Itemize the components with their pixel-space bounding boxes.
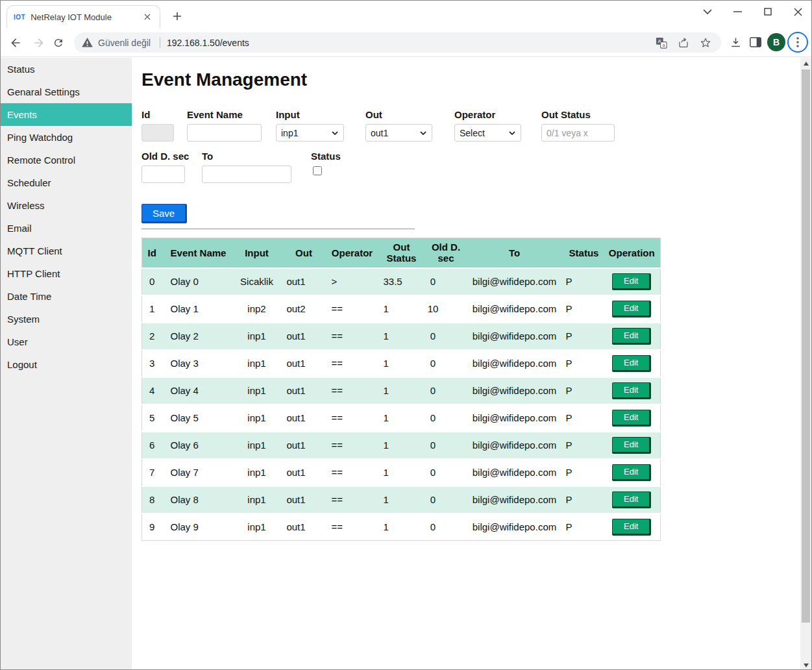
sidebar-item-genaral-settings[interactable]: Genaral Settings [1,81,132,103]
cell-id: 9 [142,514,162,541]
cell-old-d-sec: 0 [428,268,465,295]
edit-button[interactable]: Edit [612,328,651,345]
cell-operator: > [329,268,376,295]
reload-icon[interactable] [50,34,67,51]
sidebar-item-user[interactable]: User [1,330,132,353]
old-delay-field[interactable] [141,166,185,183]
page-title: Event Management [141,69,800,90]
share-icon[interactable] [676,35,691,51]
cell-input: inp1 [235,432,279,459]
cell-id: 6 [142,432,162,459]
edit-button[interactable]: Edit [612,437,651,454]
column-header-old-d-sec: Old D. sec [428,238,465,268]
cell-input: inp1 [235,514,279,541]
cell-operation: Edit [604,268,661,295]
cell-operator: == [329,432,376,459]
edit-button[interactable]: Edit [612,410,651,427]
edit-button[interactable]: Edit [612,355,651,372]
cell-to: bilgi@wifidepo.com [465,377,565,404]
cell-operator: == [329,377,376,404]
edit-button[interactable]: Edit [612,301,651,317]
cell-operation: Edit [604,432,661,459]
cell-to: bilgi@wifidepo.com [465,350,565,377]
cell-event-name: Olay 4 [162,377,235,404]
sidebar-item-status[interactable]: Status [1,58,132,81]
edit-button[interactable]: Edit [612,519,651,536]
operator-select[interactable]: Select [454,124,521,142]
edit-button[interactable]: Edit [612,382,651,399]
out-select[interactable]: out1 [365,124,432,142]
translate-icon[interactable]: A a [654,35,669,51]
status-checkbox[interactable] [313,166,322,175]
bookmark-star-icon[interactable] [698,35,713,51]
cell-event-name: Olay 1 [162,295,235,323]
sidebar-item-date-time[interactable]: Date Time [1,285,132,308]
cell-operator: == [329,295,376,323]
address-bar[interactable]: Güvenli değil 192.168.1.50/events A a [74,32,721,53]
scroll-down-icon[interactable] [800,660,811,670]
cell-out: out2 [279,295,329,323]
table-header-row: IdEvent NameInputOutOperatorOut StatusOl… [142,238,661,268]
sidebar-item-logout[interactable]: Logout [1,353,132,376]
edit-button[interactable]: Edit [612,464,651,481]
window-close-icon[interactable] [788,3,807,20]
cell-out: out1 [279,486,329,514]
security-label[interactable]: Güvenli değil [98,38,151,48]
out-status-field[interactable] [541,124,615,142]
minimize-icon[interactable] [728,3,747,20]
cell-out: out1 [279,350,329,377]
cell-status: P [565,295,604,323]
sidebar-item-mqtt-client[interactable]: MQTT Client [1,240,132,262]
select-chevron-icon [332,131,338,135]
select-chevron-icon [509,131,515,135]
cell-id: 0 [142,268,162,295]
back-icon[interactable] [7,34,24,51]
cell-out-status: 1 [376,295,428,323]
cell-old-d-sec: 0 [428,514,465,541]
sidebar-item-email[interactable]: Email [1,217,132,240]
tab-close-icon[interactable] [141,11,153,23]
sidebar: StatusGenaral SettingsEventsPing Watchdo… [1,58,132,670]
event-form-row-1: Id Event Name Input inp1 Out out1 [141,110,800,142]
cell-out-status: 1 [376,350,428,377]
edit-button[interactable]: Edit [612,273,651,290]
input-select[interactable]: inp1 [276,124,344,142]
cell-out-status: 1 [376,377,428,404]
browser-menu-button[interactable] [787,32,808,53]
event-name-field[interactable] [187,124,262,142]
to-field[interactable] [202,166,291,183]
sidebar-item-scheduler[interactable]: Scheduler [1,171,132,194]
cell-id: 2 [142,323,162,350]
column-header-out-status: Out Status [376,238,428,268]
new-tab-icon[interactable] [170,9,184,23]
column-header-to: To [465,238,565,268]
cell-id: 8 [142,486,162,514]
cell-out: out1 [279,514,329,541]
sidebar-item-system[interactable]: System [1,308,132,330]
scrollbar[interactable] [800,58,811,670]
maximize-icon[interactable] [758,3,778,20]
event-form-row-2: Old D. sec To Status [141,151,800,183]
download-icon[interactable] [726,33,744,51]
cell-out-status: 1 [376,486,428,514]
profile-avatar[interactable]: B [767,33,785,51]
sidebar-item-http-client[interactable]: HTTP Client [1,262,132,285]
sidebar-item-events[interactable]: Events [1,103,132,126]
scrollbar-thumb[interactable] [802,69,810,623]
column-header-id: Id [142,238,162,268]
cell-event-name: Olay 2 [162,323,235,350]
sidebar-item-wireless[interactable]: Wireless [1,194,132,217]
cell-input: inp1 [235,323,279,350]
sidebar-item-remote-control[interactable]: Remote Control [1,149,132,171]
out-status-label: Out Status [541,110,615,119]
browser-tab[interactable]: IOT NetRelay IOT Module [6,5,160,28]
tab-title: NetRelay IOT Module [31,12,141,22]
browser-titlebar: IOT NetRelay IOT Module [1,1,811,28]
save-button[interactable]: Save [141,204,187,223]
sidebar-item-ping-watchdog[interactable]: Ping Watchdog [1,126,132,149]
scroll-up-icon[interactable] [800,58,811,69]
side-panel-icon[interactable] [746,33,765,51]
tab-search-chevron-icon[interactable] [698,3,717,20]
edit-button[interactable]: Edit [612,491,651,508]
url-text[interactable]: 192.168.1.50/events [167,38,249,48]
